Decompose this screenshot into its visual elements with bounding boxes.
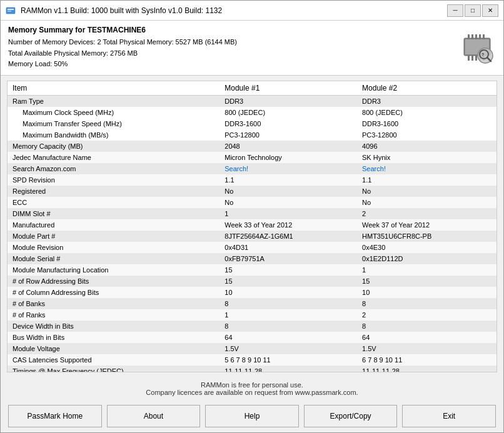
cell-mod1: Week 33 of Year 2012 (219, 219, 357, 231)
cell-mod1[interactable]: Search! (219, 163, 357, 174)
window-controls: ─ □ ✕ (447, 4, 498, 17)
close-button[interactable]: ✕ (482, 4, 498, 17)
cell-mod1: 8 (219, 298, 357, 309)
app-icon (6, 6, 16, 16)
about-button[interactable]: About (107, 405, 201, 427)
col-item: Item (8, 81, 219, 96)
cell-mod2: 8 (357, 298, 496, 309)
memory-summary-title: Memory Summary for TESTMACHINE6 (8, 26, 458, 34)
cell-mod1: 2048 (219, 141, 357, 152)
cell-mod2: 8 (357, 321, 496, 332)
header-line1: Number of Memory Devices: 2 Total Physic… (8, 37, 458, 48)
table-row: Maximum Bandwidth (MB/s)PC3-12800PC3-128… (8, 129, 496, 141)
svg-rect-5 (468, 34, 470, 39)
help-button[interactable]: Help (205, 405, 299, 427)
svg-rect-7 (475, 34, 477, 39)
cell-mod1: 800 (JEDEC) (219, 107, 357, 118)
cell-mod1: PC3-12800 (219, 129, 357, 141)
table-row: Jedec Manufacture NameMicron TechnologyS… (8, 152, 496, 163)
cell-item: # of Ranks (8, 309, 219, 321)
memory-table-container[interactable]: Item Module #1 Module #2 Ram TypeDDR3DDR… (7, 81, 497, 372)
table-row: Maximum Transfer Speed (MHz)DDR3-1600DDR… (8, 118, 496, 129)
cell-mod1: 5 6 7 8 9 10 11 (219, 354, 357, 366)
col-module1: Module #1 (219, 81, 357, 96)
cell-mod1: 15 (219, 276, 357, 287)
table-row: # of Column Addressing Bits1010 (8, 287, 496, 298)
passmark-home-button[interactable]: PassMark Home (8, 405, 102, 427)
cell-item: Module Revision (8, 242, 219, 253)
cell-mod1: 8 (219, 321, 357, 332)
window-title: RAMMon v1.1 Build: 1000 built with SysIn… (21, 6, 222, 15)
cell-mod1: 15 (219, 264, 357, 276)
title-bar: RAMMon v1.1 Build: 1000 built with SysIn… (1, 1, 503, 21)
cell-mod1: 0xFB79751A (219, 253, 357, 264)
footer-line1: RAMMon is free for personal use. (4, 381, 500, 389)
svg-rect-12 (475, 56, 477, 61)
header-line3: Memory Load: 50% (8, 59, 458, 70)
col-module2: Module #2 (357, 81, 496, 96)
cell-mod1: 1.1 (219, 174, 357, 186)
table-row: # of Row Addressing Bits1515 (8, 276, 496, 287)
cell-item: Memory Capacity (MB) (8, 141, 219, 152)
exit-button[interactable]: Exit (402, 405, 496, 427)
maximize-button[interactable]: □ (465, 4, 481, 17)
cell-item: SPD Revision (8, 174, 219, 186)
table-row: DIMM Slot #12 (8, 208, 496, 219)
table-header: Item Module #1 Module #2 (8, 81, 496, 96)
cell-item: ECC (8, 197, 219, 208)
cell-item: Module Serial # (8, 253, 219, 264)
cell-item: Timings @ Max Frequency (JEDEC) (8, 366, 219, 372)
cell-mod1: 8JTF25664AZ-1G6M1 (219, 231, 357, 242)
cell-mod2: DDR3 (357, 95, 496, 107)
cell-item: Jedec Manufacture Name (8, 152, 219, 163)
cell-mod1: 1 (219, 208, 357, 219)
footer-buttons: PassMark Home About Help Export/Copy Exi… (1, 400, 503, 432)
table-row: Device Width in Bits88 (8, 321, 496, 332)
table-row: Module Manufacturing Location151 (8, 264, 496, 276)
table-row: Module Voltage1.5V1.5V (8, 343, 496, 354)
cell-mod1: No (219, 186, 357, 197)
table-row: Module Revision0x4D310x4E30 (8, 242, 496, 253)
cell-mod2[interactable]: Search! (357, 163, 496, 174)
svg-rect-10 (468, 56, 470, 61)
cell-mod1: 0x4D31 (219, 242, 357, 253)
main-window: RAMMon v1.1 Build: 1000 built with SysIn… (0, 0, 504, 433)
cell-mod2: PC3-12800 (357, 129, 496, 141)
cell-mod2: SK Hynix (357, 152, 496, 163)
cell-mod1: 1.5V (219, 343, 357, 354)
table-row: Memory Capacity (MB)20484096 (8, 141, 496, 152)
header-section: Memory Summary for TESTMACHINE6 Number o… (1, 21, 503, 76)
cell-item: Search Amazon.com (8, 163, 219, 174)
cell-mod2: 1.5V (357, 343, 496, 354)
table-row: Timings @ Max Frequency (JEDEC)11-11-11-… (8, 366, 496, 372)
cell-item: Bus Width in Bits (8, 332, 219, 343)
cell-item: Module Manufacturing Location (8, 264, 219, 276)
cell-item: CAS Latencies Supported (8, 354, 219, 366)
cell-item: DIMM Slot # (8, 208, 219, 219)
cell-mod2: 0x1E2D112D (357, 253, 496, 264)
memory-table: Item Module #1 Module #2 Ram TypeDDR3DDR… (8, 81, 496, 372)
export-copy-button[interactable]: Export/Copy (304, 405, 398, 427)
table-row: SPD Revision1.11.1 (8, 174, 496, 186)
cell-mod2: 2 (357, 208, 496, 219)
minimize-button[interactable]: ─ (447, 4, 463, 17)
table-row: RegisteredNoNo (8, 186, 496, 197)
table-row: CAS Latencies Supported5 6 7 8 9 10 116 … (8, 354, 496, 366)
footer-line2: Company licences are available on reques… (4, 389, 500, 396)
cell-mod2: 2 (357, 309, 496, 321)
header-info: Memory Summary for TESTMACHINE6 Number o… (8, 26, 458, 70)
cell-mod1: DDR3-1600 (219, 118, 357, 129)
cell-mod2: 6 7 8 9 10 11 (357, 354, 496, 366)
table-row: Module Serial #0xFB79751A0x1E2D112D (8, 253, 496, 264)
svg-rect-1 (8, 9, 14, 10)
cell-mod2: Week 37 of Year 2012 (357, 219, 496, 231)
cell-item: # of Row Addressing Bits (8, 276, 219, 287)
cell-item: Device Width in Bits (8, 321, 219, 332)
table-row: Search Amazon.comSearch!Search! (8, 163, 496, 174)
header-line2: Total Available Physical Memory: 2756 MB (8, 48, 458, 59)
cell-mod1: No (219, 197, 357, 208)
table-row: Ram TypeDDR3DDR3 (8, 95, 496, 107)
cell-mod2: 11-11-11-28 (357, 366, 496, 372)
cell-mod2: HMT351U6CFR8C-PB (357, 231, 496, 242)
cell-item: Maximum Clock Speed (MHz) (8, 107, 219, 118)
